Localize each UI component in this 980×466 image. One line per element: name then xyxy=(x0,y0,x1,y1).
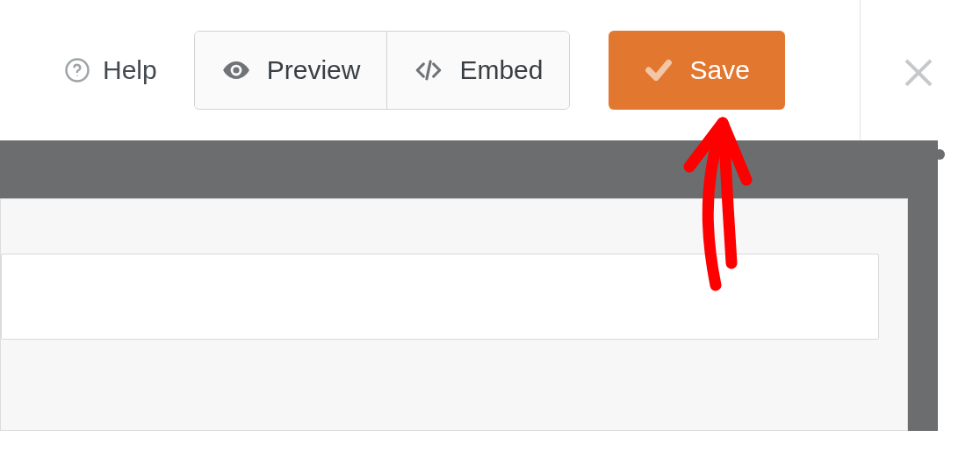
segmented-buttons: Preview Embed xyxy=(194,31,571,110)
code-icon xyxy=(414,55,443,85)
editor-frame xyxy=(0,140,938,431)
top-toolbar: Help Preview Embed Save xyxy=(0,0,980,140)
text-input-field[interactable] xyxy=(1,254,879,340)
embed-button[interactable]: Embed xyxy=(386,32,569,109)
svg-line-2 xyxy=(427,61,430,79)
save-button[interactable]: Save xyxy=(609,31,784,110)
frame-title-bar xyxy=(0,140,938,198)
check-icon xyxy=(644,55,674,85)
help-icon xyxy=(64,57,90,83)
help-button[interactable]: Help xyxy=(48,38,173,103)
preview-label: Preview xyxy=(267,55,361,85)
save-label: Save xyxy=(689,55,749,85)
toolbar-divider xyxy=(860,0,861,140)
form-panel xyxy=(0,198,908,431)
help-label: Help xyxy=(103,55,157,85)
frame-body xyxy=(0,198,938,431)
toolbar-group: Help Preview Embed Save xyxy=(48,31,785,110)
embed-label: Embed xyxy=(459,55,543,85)
eye-icon xyxy=(221,55,251,85)
preview-button[interactable]: Preview xyxy=(195,32,387,109)
svg-point-1 xyxy=(76,75,78,77)
frame-corner-dot xyxy=(934,149,945,160)
close-icon xyxy=(897,49,940,91)
close-button[interactable] xyxy=(897,48,940,92)
